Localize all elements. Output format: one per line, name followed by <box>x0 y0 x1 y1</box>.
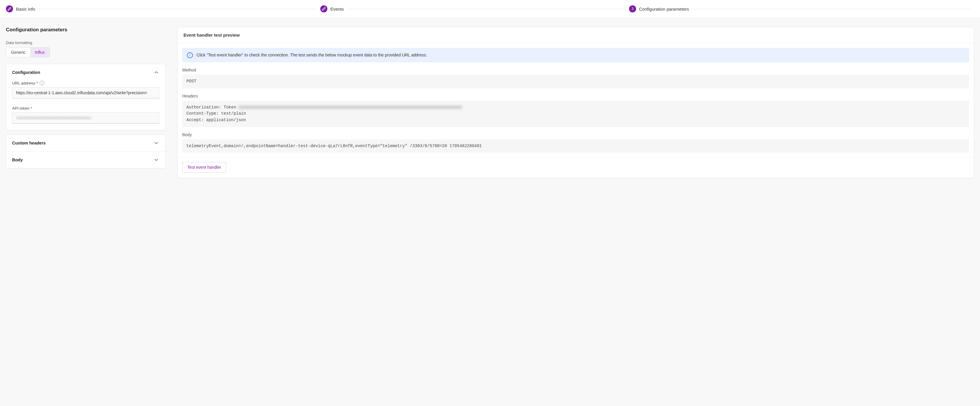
configuration-header[interactable]: Configuration <box>6 64 165 81</box>
step-events[interactable]: Events <box>320 5 344 13</box>
info-banner-text: Click "Test event handler" to check the … <box>196 52 427 58</box>
test-event-handler-button[interactable]: Test event handler <box>182 162 226 173</box>
chevron-down-icon <box>153 157 159 163</box>
data-formatting-toggle: Generic Influx <box>6 47 50 57</box>
card-title: Custom headers <box>12 141 46 145</box>
step-label: Events <box>330 6 344 11</box>
method-label: Method <box>182 68 969 72</box>
chevron-up-icon <box>153 69 159 75</box>
card-title: Body <box>12 158 23 162</box>
method-value: POST <box>182 75 969 88</box>
step-label: Configuration parameters <box>639 6 689 11</box>
info-icon[interactable]: i <box>40 81 44 85</box>
toggle-generic[interactable]: Generic <box>6 48 30 57</box>
url-address-input[interactable] <box>12 87 159 99</box>
body-value: telemetryEvent,domain=/,endpointName=han… <box>182 140 969 153</box>
step-configuration-parameters[interactable]: 3 Configuration parameters <box>629 5 689 13</box>
step-divider <box>347 9 625 9</box>
info-icon: i <box>187 52 193 58</box>
pencil-icon <box>6 5 13 13</box>
stepper: Basic info Events 3 Configuration parame… <box>0 0 980 18</box>
preview-title: Event handler test preview <box>178 27 974 43</box>
headers-label: Headers <box>182 94 969 99</box>
step-basic-info[interactable]: Basic info <box>6 5 35 13</box>
info-banner: i Click "Test event handler" to check th… <box>182 48 969 62</box>
url-address-label: URL address * i <box>12 81 159 85</box>
step-divider <box>39 9 317 9</box>
chevron-down-icon <box>153 140 159 146</box>
headers-value: Authorization: Token xxxxxxxxxxxxxxxxxxx… <box>182 101 969 127</box>
api-token-label: API token * <box>12 106 159 110</box>
body-header[interactable]: Body <box>6 151 165 168</box>
step-divider <box>692 9 970 9</box>
pencil-icon <box>320 5 327 13</box>
step-label: Basic info <box>16 6 35 11</box>
card-title: Configuration <box>12 70 40 75</box>
api-token-input[interactable] <box>12 112 159 124</box>
page-title: Configuration parameters <box>6 27 165 33</box>
custom-headers-header[interactable]: Custom headers <box>6 135 165 151</box>
configuration-card: Configuration URL address * i API token … <box>6 64 165 130</box>
body-label: Body <box>182 132 969 137</box>
data-formatting-label: Data formatting <box>6 40 165 45</box>
preview-card: Event handler test preview i Click "Test… <box>177 27 974 178</box>
step-number-badge: 3 <box>629 5 636 13</box>
toggle-influx[interactable]: Influx <box>30 48 49 57</box>
custom-headers-card: Custom headers Body <box>6 134 165 169</box>
